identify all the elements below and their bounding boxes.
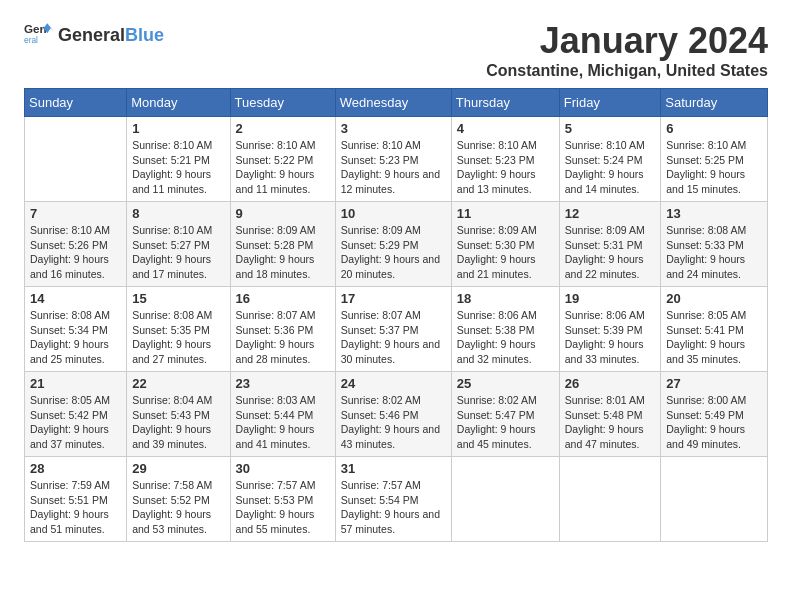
month-title: January 2024 xyxy=(486,20,768,62)
calendar-cell: 18Sunrise: 8:06 AMSunset: 5:38 PMDayligh… xyxy=(451,287,559,372)
day-info: Sunrise: 8:07 AMSunset: 5:37 PMDaylight:… xyxy=(341,308,446,367)
calendar-cell: 20Sunrise: 8:05 AMSunset: 5:41 PMDayligh… xyxy=(661,287,768,372)
day-info: Sunrise: 7:57 AMSunset: 5:54 PMDaylight:… xyxy=(341,478,446,537)
logo: Gen eral General Blue xyxy=(24,20,164,50)
day-info: Sunrise: 8:05 AMSunset: 5:42 PMDaylight:… xyxy=(30,393,121,452)
day-number: 17 xyxy=(341,291,446,306)
day-info: Sunrise: 7:57 AMSunset: 5:53 PMDaylight:… xyxy=(236,478,330,537)
week-row-5: 28Sunrise: 7:59 AMSunset: 5:51 PMDayligh… xyxy=(25,457,768,542)
weekday-header-row: SundayMondayTuesdayWednesdayThursdayFrid… xyxy=(25,89,768,117)
calendar-cell: 12Sunrise: 8:09 AMSunset: 5:31 PMDayligh… xyxy=(559,202,660,287)
calendar-cell: 4Sunrise: 8:10 AMSunset: 5:23 PMDaylight… xyxy=(451,117,559,202)
calendar-cell: 15Sunrise: 8:08 AMSunset: 5:35 PMDayligh… xyxy=(127,287,230,372)
day-number: 14 xyxy=(30,291,121,306)
day-number: 7 xyxy=(30,206,121,221)
calendar-cell: 6Sunrise: 8:10 AMSunset: 5:25 PMDaylight… xyxy=(661,117,768,202)
day-info: Sunrise: 7:59 AMSunset: 5:51 PMDaylight:… xyxy=(30,478,121,537)
calendar-cell xyxy=(451,457,559,542)
day-number: 6 xyxy=(666,121,762,136)
day-number: 2 xyxy=(236,121,330,136)
calendar-cell: 22Sunrise: 8:04 AMSunset: 5:43 PMDayligh… xyxy=(127,372,230,457)
calendar-cell: 11Sunrise: 8:09 AMSunset: 5:30 PMDayligh… xyxy=(451,202,559,287)
day-number: 19 xyxy=(565,291,655,306)
week-row-4: 21Sunrise: 8:05 AMSunset: 5:42 PMDayligh… xyxy=(25,372,768,457)
location-title: Constantine, Michigan, United States xyxy=(486,62,768,80)
day-number: 24 xyxy=(341,376,446,391)
day-info: Sunrise: 8:09 AMSunset: 5:29 PMDaylight:… xyxy=(341,223,446,282)
day-number: 18 xyxy=(457,291,554,306)
calendar-cell: 13Sunrise: 8:08 AMSunset: 5:33 PMDayligh… xyxy=(661,202,768,287)
day-number: 29 xyxy=(132,461,224,476)
day-info: Sunrise: 8:01 AMSunset: 5:48 PMDaylight:… xyxy=(565,393,655,452)
day-number: 25 xyxy=(457,376,554,391)
logo-general-text: General xyxy=(58,25,125,46)
day-info: Sunrise: 8:09 AMSunset: 5:30 PMDaylight:… xyxy=(457,223,554,282)
weekday-header-thursday: Thursday xyxy=(451,89,559,117)
day-number: 1 xyxy=(132,121,224,136)
day-number: 9 xyxy=(236,206,330,221)
day-number: 11 xyxy=(457,206,554,221)
calendar-cell: 14Sunrise: 8:08 AMSunset: 5:34 PMDayligh… xyxy=(25,287,127,372)
calendar-cell: 5Sunrise: 8:10 AMSunset: 5:24 PMDaylight… xyxy=(559,117,660,202)
title-section: January 2024 Constantine, Michigan, Unit… xyxy=(486,20,768,80)
weekday-header-saturday: Saturday xyxy=(661,89,768,117)
calendar-cell: 27Sunrise: 8:00 AMSunset: 5:49 PMDayligh… xyxy=(661,372,768,457)
day-number: 30 xyxy=(236,461,330,476)
page-header: Gen eral General Blue January 2024 Const… xyxy=(24,20,768,80)
day-info: Sunrise: 8:10 AMSunset: 5:26 PMDaylight:… xyxy=(30,223,121,282)
calendar-table: SundayMondayTuesdayWednesdayThursdayFrid… xyxy=(24,88,768,542)
day-info: Sunrise: 8:05 AMSunset: 5:41 PMDaylight:… xyxy=(666,308,762,367)
calendar-cell: 31Sunrise: 7:57 AMSunset: 5:54 PMDayligh… xyxy=(335,457,451,542)
calendar-cell: 19Sunrise: 8:06 AMSunset: 5:39 PMDayligh… xyxy=(559,287,660,372)
day-number: 26 xyxy=(565,376,655,391)
day-number: 22 xyxy=(132,376,224,391)
day-number: 4 xyxy=(457,121,554,136)
day-info: Sunrise: 8:08 AMSunset: 5:35 PMDaylight:… xyxy=(132,308,224,367)
calendar-cell: 29Sunrise: 7:58 AMSunset: 5:52 PMDayligh… xyxy=(127,457,230,542)
day-number: 10 xyxy=(341,206,446,221)
weekday-header-sunday: Sunday xyxy=(25,89,127,117)
calendar-cell: 23Sunrise: 8:03 AMSunset: 5:44 PMDayligh… xyxy=(230,372,335,457)
day-number: 21 xyxy=(30,376,121,391)
weekday-header-friday: Friday xyxy=(559,89,660,117)
calendar-cell: 17Sunrise: 8:07 AMSunset: 5:37 PMDayligh… xyxy=(335,287,451,372)
calendar-cell: 30Sunrise: 7:57 AMSunset: 5:53 PMDayligh… xyxy=(230,457,335,542)
calendar-cell: 8Sunrise: 8:10 AMSunset: 5:27 PMDaylight… xyxy=(127,202,230,287)
day-number: 5 xyxy=(565,121,655,136)
calendar-cell: 16Sunrise: 8:07 AMSunset: 5:36 PMDayligh… xyxy=(230,287,335,372)
week-row-1: 1Sunrise: 8:10 AMSunset: 5:21 PMDaylight… xyxy=(25,117,768,202)
day-info: Sunrise: 8:04 AMSunset: 5:43 PMDaylight:… xyxy=(132,393,224,452)
calendar-cell: 24Sunrise: 8:02 AMSunset: 5:46 PMDayligh… xyxy=(335,372,451,457)
calendar-cell xyxy=(661,457,768,542)
calendar-cell: 9Sunrise: 8:09 AMSunset: 5:28 PMDaylight… xyxy=(230,202,335,287)
day-info: Sunrise: 8:10 AMSunset: 5:23 PMDaylight:… xyxy=(457,138,554,197)
week-row-2: 7Sunrise: 8:10 AMSunset: 5:26 PMDaylight… xyxy=(25,202,768,287)
calendar-cell: 7Sunrise: 8:10 AMSunset: 5:26 PMDaylight… xyxy=(25,202,127,287)
calendar-cell: 28Sunrise: 7:59 AMSunset: 5:51 PMDayligh… xyxy=(25,457,127,542)
day-info: Sunrise: 8:10 AMSunset: 5:22 PMDaylight:… xyxy=(236,138,330,197)
day-info: Sunrise: 8:10 AMSunset: 5:23 PMDaylight:… xyxy=(341,138,446,197)
calendar-cell: 3Sunrise: 8:10 AMSunset: 5:23 PMDaylight… xyxy=(335,117,451,202)
day-number: 15 xyxy=(132,291,224,306)
logo-icon: Gen eral xyxy=(24,20,54,50)
svg-text:eral: eral xyxy=(24,35,38,45)
day-number: 13 xyxy=(666,206,762,221)
calendar-cell xyxy=(559,457,660,542)
day-info: Sunrise: 8:09 AMSunset: 5:31 PMDaylight:… xyxy=(565,223,655,282)
weekday-header-wednesday: Wednesday xyxy=(335,89,451,117)
day-info: Sunrise: 8:07 AMSunset: 5:36 PMDaylight:… xyxy=(236,308,330,367)
day-info: Sunrise: 8:06 AMSunset: 5:38 PMDaylight:… xyxy=(457,308,554,367)
day-number: 31 xyxy=(341,461,446,476)
day-info: Sunrise: 8:06 AMSunset: 5:39 PMDaylight:… xyxy=(565,308,655,367)
week-row-3: 14Sunrise: 8:08 AMSunset: 5:34 PMDayligh… xyxy=(25,287,768,372)
day-info: Sunrise: 8:09 AMSunset: 5:28 PMDaylight:… xyxy=(236,223,330,282)
weekday-header-tuesday: Tuesday xyxy=(230,89,335,117)
day-info: Sunrise: 8:02 AMSunset: 5:47 PMDaylight:… xyxy=(457,393,554,452)
day-number: 8 xyxy=(132,206,224,221)
calendar-cell: 21Sunrise: 8:05 AMSunset: 5:42 PMDayligh… xyxy=(25,372,127,457)
calendar-cell: 26Sunrise: 8:01 AMSunset: 5:48 PMDayligh… xyxy=(559,372,660,457)
day-info: Sunrise: 8:03 AMSunset: 5:44 PMDaylight:… xyxy=(236,393,330,452)
calendar-cell: 1Sunrise: 8:10 AMSunset: 5:21 PMDaylight… xyxy=(127,117,230,202)
weekday-header-monday: Monday xyxy=(127,89,230,117)
calendar-cell: 2Sunrise: 8:10 AMSunset: 5:22 PMDaylight… xyxy=(230,117,335,202)
